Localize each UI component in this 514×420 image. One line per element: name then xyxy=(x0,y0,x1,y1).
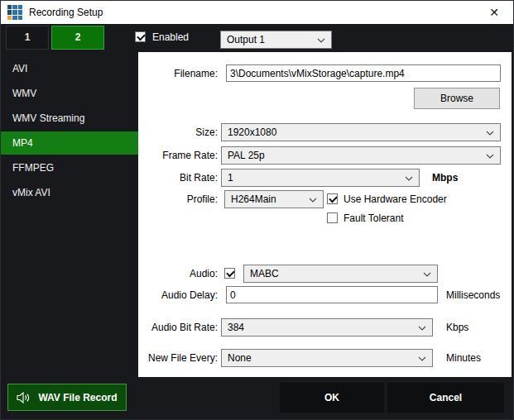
chevron-down-icon xyxy=(405,174,413,182)
window-title: Recording Setup xyxy=(29,1,103,24)
tab-recorder-2[interactable]: 2 xyxy=(51,26,104,50)
audio-delay-label: Audio Delay: xyxy=(138,286,218,304)
audio-dropdown[interactable]: MABC xyxy=(243,265,438,283)
settings-panel: Filename: Browse Size: 1920x1080 Frame R… xyxy=(138,52,512,377)
chevron-down-icon xyxy=(418,323,426,332)
new-file-every-dropdown[interactable]: None xyxy=(221,349,433,367)
new-file-every-unit: Minutes xyxy=(446,349,481,367)
bit-rate-dropdown[interactable]: 1 xyxy=(221,169,420,187)
bit-rate-value: 1 xyxy=(228,172,405,184)
enabled-checkbox[interactable] xyxy=(135,31,146,42)
output-dropdown[interactable]: Output 1 xyxy=(220,31,332,49)
filename-label: Filename: xyxy=(138,64,218,83)
sidebar-item-mp4[interactable]: MP4 xyxy=(1,131,138,155)
new-file-every-label: New File Every: xyxy=(138,349,218,367)
audio-bit-rate-label: Audio Bit Rate: xyxy=(138,318,218,336)
chevron-down-icon xyxy=(418,354,426,362)
frame-rate-value: PAL 25p xyxy=(228,150,486,161)
size-label: Size: xyxy=(138,123,218,141)
audio-checkbox[interactable] xyxy=(224,268,235,279)
title-bar: Recording Setup ✕ xyxy=(1,1,514,24)
audio-delay-input[interactable] xyxy=(226,286,438,303)
sidebar-item-wmv-streaming[interactable]: WMV Streaming xyxy=(1,107,138,130)
frame-rate-label: Frame Rate: xyxy=(138,146,218,165)
fault-tolerant-checkbox[interactable] xyxy=(327,212,338,223)
size-dropdown[interactable]: 1920x1080 xyxy=(221,123,501,141)
sidebar-item-ffmpeg[interactable]: FFMPEG xyxy=(1,156,138,179)
wav-file-record-button[interactable]: WAV File Record xyxy=(7,384,127,411)
chevron-down-icon xyxy=(423,270,431,278)
vmix-logo-icon xyxy=(7,5,22,20)
audio-bit-rate-unit: Kbps xyxy=(446,318,468,336)
new-file-every-value: None xyxy=(228,352,418,364)
fault-tolerant-label: Fault Tolerant xyxy=(343,209,404,227)
filename-input[interactable] xyxy=(226,64,501,82)
frame-rate-dropdown[interactable]: PAL 25p xyxy=(221,146,501,165)
profile-dropdown[interactable]: H264Main xyxy=(224,190,324,208)
size-value: 1920x1080 xyxy=(228,126,486,138)
audio-value: MABC xyxy=(250,268,423,279)
cancel-button[interactable]: Cancel xyxy=(387,383,504,413)
ok-button[interactable]: OK xyxy=(280,383,384,413)
chevron-down-icon xyxy=(486,128,494,136)
audio-label: Audio: xyxy=(138,265,218,283)
audio-bit-rate-dropdown[interactable]: 384 xyxy=(221,318,433,336)
use-hardware-encoder-label: Use Hardware Encoder xyxy=(343,190,447,208)
sidebar-item-vmix-avi[interactable]: vMix AVI xyxy=(1,181,138,204)
close-icon[interactable]: ✕ xyxy=(482,1,507,24)
profile-value: H264Main xyxy=(231,193,309,205)
audio-bit-rate-value: 384 xyxy=(228,322,418,333)
speaker-icon xyxy=(17,392,31,403)
recording-setup-dialog: Recording Setup ✕ 1 2 Enabled Output 1 A… xyxy=(0,0,514,420)
wav-file-record-label: WAV File Record xyxy=(38,392,117,403)
browse-button[interactable]: Browse xyxy=(414,88,500,109)
tab-recorder-1[interactable]: 1 xyxy=(6,26,49,50)
chevron-down-icon xyxy=(309,195,317,203)
bit-rate-label: Bit Rate: xyxy=(138,169,218,187)
audio-delay-unit: Milliseconds xyxy=(446,286,500,304)
profile-label: Profile: xyxy=(138,190,218,208)
output-value: Output 1 xyxy=(227,34,317,45)
chevron-down-icon xyxy=(317,36,325,44)
chevron-down-icon xyxy=(486,151,494,160)
use-hardware-encoder-checkbox[interactable] xyxy=(327,193,338,204)
sidebar-item-avi[interactable]: AVI xyxy=(1,57,138,80)
bit-rate-unit: Mbps xyxy=(432,169,458,187)
sidebar-item-wmv[interactable]: WMV xyxy=(1,82,138,105)
enabled-label: Enabled xyxy=(152,26,189,48)
